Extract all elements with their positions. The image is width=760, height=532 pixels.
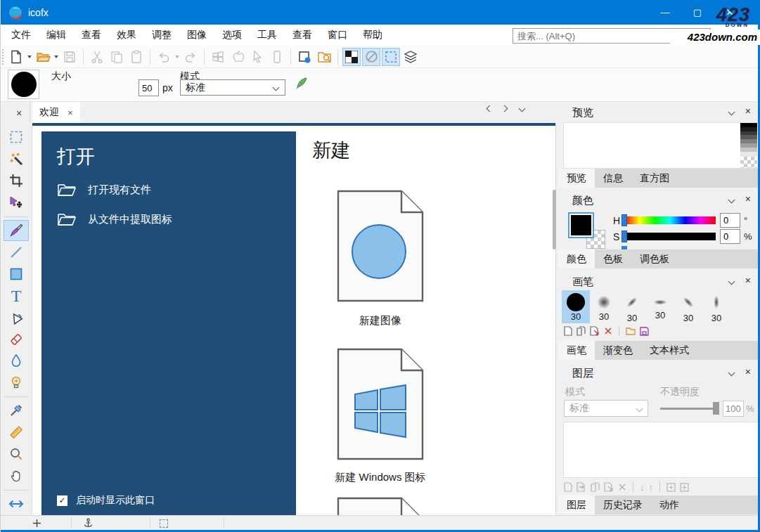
preview-collapse-icon[interactable] bbox=[728, 109, 735, 116]
cut-button[interactable] bbox=[88, 48, 106, 66]
rectangle-tool[interactable] bbox=[4, 264, 29, 285]
mode-dropdown[interactable]: 标准 bbox=[180, 79, 285, 96]
transparency-grid-toggle[interactable] bbox=[342, 48, 361, 66]
tab-histogram[interactable]: 直方图 bbox=[631, 169, 678, 188]
move-layer-down-icon[interactable]: ↓ bbox=[640, 482, 645, 493]
ruler-tool[interactable] bbox=[4, 422, 29, 443]
new-windows-icon-card[interactable] bbox=[337, 348, 424, 460]
lighten-tool[interactable] bbox=[4, 372, 29, 393]
duplicate-layer-icon[interactable] bbox=[591, 482, 600, 492]
tab-scroll-right-icon[interactable] bbox=[501, 105, 508, 112]
move-selection-tool[interactable] bbox=[4, 192, 29, 213]
fill-tool[interactable] bbox=[4, 307, 29, 328]
hue-value-input[interactable] bbox=[720, 213, 740, 228]
menu-edit[interactable]: 编辑 bbox=[39, 25, 74, 45]
tab-scroll-left-icon[interactable] bbox=[487, 105, 494, 112]
export-layer-icon[interactable] bbox=[604, 482, 614, 492]
undo-button[interactable] bbox=[155, 48, 173, 66]
layer-mode-dropdown[interactable]: 标准 bbox=[564, 400, 648, 417]
hue-slider[interactable] bbox=[624, 216, 716, 224]
text-tool[interactable]: T bbox=[4, 285, 29, 306]
hue-slider-handle[interactable] bbox=[621, 214, 627, 226]
brush-item-selected[interactable]: 30 bbox=[562, 290, 590, 323]
new-item-card-partial[interactable] bbox=[337, 497, 424, 515]
color-picker-tool[interactable] bbox=[4, 400, 29, 421]
menu-view[interactable]: 查看 bbox=[74, 25, 109, 45]
brush-item[interactable]: 30 bbox=[702, 290, 730, 323]
new-document-dropdown[interactable] bbox=[26, 48, 33, 66]
menu-options[interactable]: 选项 bbox=[214, 25, 250, 45]
resize-tool[interactable] bbox=[4, 493, 29, 514]
tab-info[interactable]: 信息 bbox=[595, 169, 631, 188]
tab-list-dropdown-icon[interactable] bbox=[519, 105, 526, 112]
duplicate-brush-icon[interactable] bbox=[577, 326, 586, 336]
foreground-color-swatch[interactable] bbox=[568, 212, 594, 238]
welcome-scrollbar[interactable] bbox=[553, 190, 556, 249]
new-brush-icon[interactable] bbox=[564, 326, 572, 336]
close-all-tabs-button[interactable]: × bbox=[11, 105, 27, 120]
pan-tool[interactable] bbox=[4, 465, 29, 486]
load-brushes-icon[interactable] bbox=[626, 327, 636, 335]
open-button[interactable] bbox=[34, 48, 52, 66]
magic-wand-tool[interactable] bbox=[4, 148, 29, 169]
selection-visibility-toggle[interactable] bbox=[382, 48, 400, 66]
tab-color[interactable]: 颜色 bbox=[558, 249, 595, 268]
layer-opacity-input[interactable] bbox=[723, 401, 744, 417]
opacity-slider-thumb[interactable] bbox=[713, 402, 719, 415]
layers-visibility-button[interactable] bbox=[401, 48, 420, 66]
menu-window[interactable]: 窗口 bbox=[320, 25, 355, 45]
tab-actions[interactable]: 动作 bbox=[651, 495, 688, 514]
windows-icon-button[interactable] bbox=[209, 48, 227, 66]
delete-layer-icon[interactable] bbox=[618, 483, 626, 491]
open-existing-file-link[interactable]: 打开现有文件 bbox=[57, 182, 151, 197]
tab-layers[interactable]: 图层 bbox=[558, 495, 595, 514]
brush-item[interactable]: 30 bbox=[674, 290, 702, 323]
color-collapse-icon[interactable] bbox=[728, 197, 735, 204]
menu-effects[interactable]: 效果 bbox=[109, 25, 144, 45]
copy-button[interactable] bbox=[108, 48, 126, 66]
flatten-icon[interactable] bbox=[680, 483, 689, 492]
preview-close-icon[interactable]: × bbox=[745, 105, 751, 117]
menu-help[interactable]: 帮助 bbox=[355, 25, 390, 45]
merge-down-icon[interactable] bbox=[666, 483, 676, 492]
brush-item[interactable]: 30 bbox=[618, 290, 646, 323]
undo-dropdown[interactable] bbox=[174, 48, 181, 66]
brush-item[interactable]: 30 bbox=[590, 290, 618, 323]
menu-view2[interactable]: 查看 bbox=[285, 25, 320, 45]
saturation-slider[interactable] bbox=[624, 233, 716, 240]
new-document-button[interactable] bbox=[7, 48, 25, 66]
line-tool[interactable] bbox=[4, 242, 29, 263]
brush-item[interactable]: 30 bbox=[646, 290, 674, 323]
tab-preview[interactable]: 预览 bbox=[558, 169, 595, 188]
extract-icon-button[interactable] bbox=[315, 48, 333, 66]
tab-text-style[interactable]: 文本样式 bbox=[641, 341, 697, 360]
zoom-tool[interactable] bbox=[4, 443, 29, 465]
menu-adjust[interactable]: 调整 bbox=[144, 25, 179, 45]
menu-image[interactable]: 图像 bbox=[179, 25, 214, 45]
blur-tool[interactable] bbox=[4, 351, 29, 372]
open-dropdown[interactable] bbox=[53, 48, 60, 66]
tab-history[interactable]: 历史记录 bbox=[595, 495, 651, 514]
brush-collapse-icon[interactable] bbox=[728, 278, 735, 285]
size-value-input[interactable] bbox=[139, 79, 159, 96]
save-button[interactable] bbox=[60, 48, 79, 66]
tab-swatches[interactable]: 色板 bbox=[595, 249, 631, 268]
new-image-button[interactable] bbox=[295, 48, 314, 66]
extract-from-file-link[interactable]: 从文件中提取图标 bbox=[57, 212, 172, 227]
new-layer-icon[interactable] bbox=[564, 482, 572, 492]
redo-button[interactable] bbox=[181, 48, 200, 66]
cursor-icon-button[interactable] bbox=[248, 48, 266, 66]
menu-file[interactable]: 文件 bbox=[4, 25, 39, 45]
matte-toggle[interactable] bbox=[362, 48, 380, 66]
macos-icon-button[interactable] bbox=[228, 48, 247, 66]
startup-checkbox[interactable]: ✓ bbox=[57, 495, 67, 506]
layers-close-icon[interactable]: × bbox=[745, 366, 751, 377]
delete-brush-icon[interactable] bbox=[604, 327, 612, 335]
move-layer-up-icon[interactable]: ↑ bbox=[649, 482, 654, 493]
saturation-value-input[interactable] bbox=[720, 229, 740, 244]
paintbrush-tool[interactable] bbox=[4, 220, 29, 241]
color-close-icon[interactable]: × bbox=[745, 193, 751, 205]
export-brush-icon[interactable] bbox=[590, 326, 600, 336]
paste-button[interactable] bbox=[127, 48, 146, 66]
save-brushes-icon[interactable] bbox=[640, 327, 649, 336]
